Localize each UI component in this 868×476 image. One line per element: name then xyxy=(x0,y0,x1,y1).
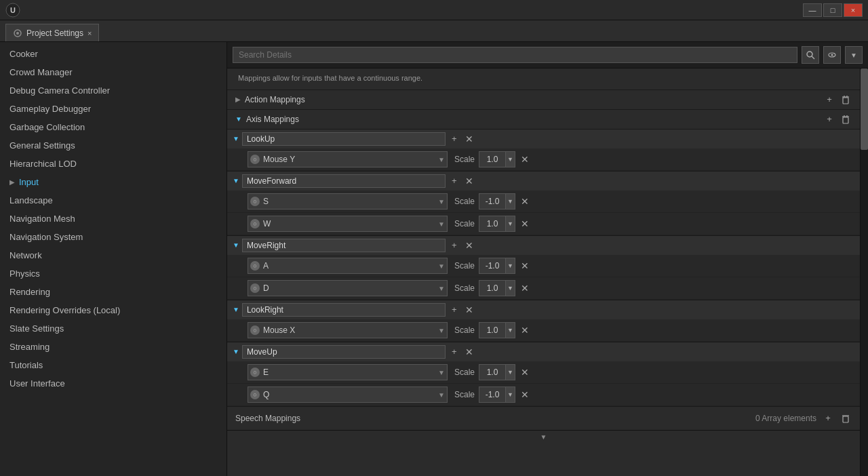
axis-mappings-delete-button[interactable] xyxy=(840,113,852,125)
close-button[interactable]: × xyxy=(844,3,863,17)
axis-mappings-add-button[interactable]: + xyxy=(823,113,835,125)
sidebar-item-cooker[interactable]: Cooker xyxy=(0,45,226,63)
dropdown-button[interactable]: ▼ xyxy=(845,46,863,64)
remove-binding-button-1-0[interactable]: ✕ xyxy=(519,196,530,207)
binding-device-select-2-1[interactable]: D xyxy=(248,280,448,296)
sidebar-item-navigation-mesh[interactable]: Navigation Mesh xyxy=(0,210,226,228)
scale-input-1-0[interactable] xyxy=(479,195,505,207)
axis-remove-group-button-0[interactable]: ✕ xyxy=(463,133,475,145)
action-mappings-add-button[interactable]: + xyxy=(823,94,835,106)
sidebar-item-rendering[interactable]: Rendering xyxy=(0,283,226,301)
sidebar-item-navigation-system[interactable]: Navigation System xyxy=(0,228,226,246)
remove-binding-button-2-1[interactable]: ✕ xyxy=(519,283,530,294)
axis-name-input-0[interactable] xyxy=(242,132,446,146)
remove-binding-button-4-0[interactable]: ✕ xyxy=(519,367,530,378)
axis-collapse-icon[interactable]: ▼ xyxy=(233,306,239,313)
sidebar-item-label: Gameplay Debugger xyxy=(9,104,91,114)
sidebar-item-slate-settings[interactable]: Slate Settings xyxy=(0,319,226,338)
sidebar-item-crowd-manager[interactable]: Crowd Manager xyxy=(0,63,226,81)
axis-mappings-collapse-arrow[interactable]: ▼ xyxy=(235,115,242,123)
binding-device-select-1-0[interactable]: S xyxy=(248,193,448,210)
remove-binding-button-4-1[interactable]: ✕ xyxy=(519,389,530,400)
axis-remove-group-button-4[interactable]: ✕ xyxy=(463,346,475,358)
sidebar-item-physics[interactable]: Physics xyxy=(0,264,226,283)
speech-mappings-add-button[interactable]: + xyxy=(822,412,834,424)
sidebar-item-tutorials[interactable]: Tutorials xyxy=(0,356,226,374)
scale-input-4-1[interactable] xyxy=(479,389,505,401)
axis-collapse-icon[interactable]: ▼ xyxy=(233,177,239,184)
axis-add-binding-button-1[interactable]: + xyxy=(448,175,460,187)
action-mappings-delete-button[interactable] xyxy=(840,94,852,106)
scale-stepper-icon[interactable]: ▼ xyxy=(505,258,515,273)
axis-add-binding-button-3[interactable]: + xyxy=(448,304,460,316)
scrollbar-thumb[interactable] xyxy=(861,68,868,150)
scale-input-wrapper-0-0: ▼ xyxy=(479,151,515,167)
scale-input-4-0[interactable] xyxy=(479,366,505,378)
sidebar-item-user-interface[interactable]: User Interface xyxy=(0,374,226,393)
project-settings-tab[interactable]: Project Settings × xyxy=(5,24,99,41)
scale-stepper-icon[interactable]: ▼ xyxy=(505,152,515,167)
scale-stepper-icon[interactable]: ▼ xyxy=(505,387,515,402)
sidebar-item-rendering-overrides-(local)[interactable]: Rendering Overrides (Local) xyxy=(0,301,226,319)
scroll-down-arrow[interactable]: ▼ xyxy=(227,430,860,443)
axis-name-input-4[interactable] xyxy=(242,345,446,359)
remove-binding-button-2-0[interactable]: ✕ xyxy=(519,260,530,271)
trash-icon-speech xyxy=(841,414,850,423)
speech-mappings-delete-button[interactable] xyxy=(840,412,852,424)
sidebar-item-streaming[interactable]: Streaming xyxy=(0,338,226,356)
axis-add-binding-button-2[interactable]: + xyxy=(448,239,460,252)
sidebar-item-label: Tutorials xyxy=(9,360,43,370)
eye-button[interactable] xyxy=(823,46,841,64)
sidebar-item-hierarchical-lod[interactable]: Hierarchical LOD xyxy=(0,155,226,173)
maximize-button[interactable]: □ xyxy=(823,3,842,17)
tab-close-button[interactable]: × xyxy=(87,29,92,37)
axis-name-input-1[interactable] xyxy=(242,174,446,188)
sidebar-item-debug-camera-controller[interactable]: Debug Camera Controller xyxy=(0,81,226,100)
binding-device-select-4-1[interactable]: Q xyxy=(248,386,448,403)
scale-input-1-1[interactable] xyxy=(479,218,505,230)
scale-input-2-1[interactable] xyxy=(479,282,505,294)
axis-collapse-icon[interactable]: ▼ xyxy=(233,348,239,355)
action-mappings-label: Action Mappings xyxy=(245,95,819,104)
binding-device-select-1-1[interactable]: W xyxy=(248,216,448,232)
axis-group-moveforward: ▼+✕○S▼Scale▼✕○W▼Scale▼✕ xyxy=(227,172,860,236)
sidebar-item-network[interactable]: Network xyxy=(0,246,226,264)
scale-input-3-0[interactable] xyxy=(479,324,505,336)
scale-stepper-icon[interactable]: ▼ xyxy=(505,216,515,231)
vertical-scrollbar[interactable] xyxy=(860,68,868,476)
axis-remove-group-button-2[interactable]: ✕ xyxy=(463,239,475,252)
axis-collapse-icon[interactable]: ▼ xyxy=(233,135,239,142)
axis-remove-group-button-1[interactable]: ✕ xyxy=(463,175,475,187)
axis-collapse-icon[interactable]: ▼ xyxy=(233,241,239,249)
axis-name-input-3[interactable] xyxy=(242,303,446,317)
sidebar-item-general-settings[interactable]: General Settings xyxy=(0,136,226,155)
scale-stepper-icon[interactable]: ▼ xyxy=(505,281,515,296)
binding-device-select-0-0[interactable]: Mouse Y xyxy=(248,151,448,167)
binding-device-select-2-0[interactable]: A xyxy=(248,258,448,274)
sidebar-item-landscape[interactable]: Landscape xyxy=(0,191,226,210)
tab-gear-icon xyxy=(13,28,22,38)
remove-binding-button-1-1[interactable]: ✕ xyxy=(519,218,530,229)
axis-add-binding-button-0[interactable]: + xyxy=(448,133,460,145)
scale-input-2-0[interactable] xyxy=(479,260,505,272)
axis-remove-group-button-3[interactable]: ✕ xyxy=(463,304,475,316)
search-button[interactable] xyxy=(802,46,819,64)
scale-stepper-icon[interactable]: ▼ xyxy=(505,194,515,209)
binding-select-wrapper-2-1: ○D▼ xyxy=(248,280,448,296)
minimize-button[interactable]: — xyxy=(803,3,822,17)
search-input[interactable] xyxy=(233,47,797,63)
axis-add-binding-button-4[interactable]: + xyxy=(448,346,460,358)
sidebar-item-garbage-collection[interactable]: Garbage Collection xyxy=(0,118,226,136)
scale-stepper-icon[interactable]: ▼ xyxy=(505,323,515,338)
scale-label: Scale xyxy=(454,283,475,293)
sidebar-item-gameplay-debugger[interactable]: Gameplay Debugger xyxy=(0,100,226,118)
remove-binding-button-0-0[interactable]: ✕ xyxy=(519,154,530,165)
axis-name-input-2[interactable] xyxy=(242,239,446,252)
remove-binding-button-3-0[interactable]: ✕ xyxy=(519,325,530,336)
scale-stepper-icon[interactable]: ▼ xyxy=(505,365,515,380)
scale-input-0-0[interactable] xyxy=(479,153,505,165)
sidebar-item-input[interactable]: ▶Input xyxy=(0,173,226,191)
action-mappings-collapse-arrow[interactable]: ▶ xyxy=(235,96,241,103)
binding-device-select-3-0[interactable]: Mouse X xyxy=(248,322,448,338)
binding-device-select-4-0[interactable]: E xyxy=(248,364,448,380)
